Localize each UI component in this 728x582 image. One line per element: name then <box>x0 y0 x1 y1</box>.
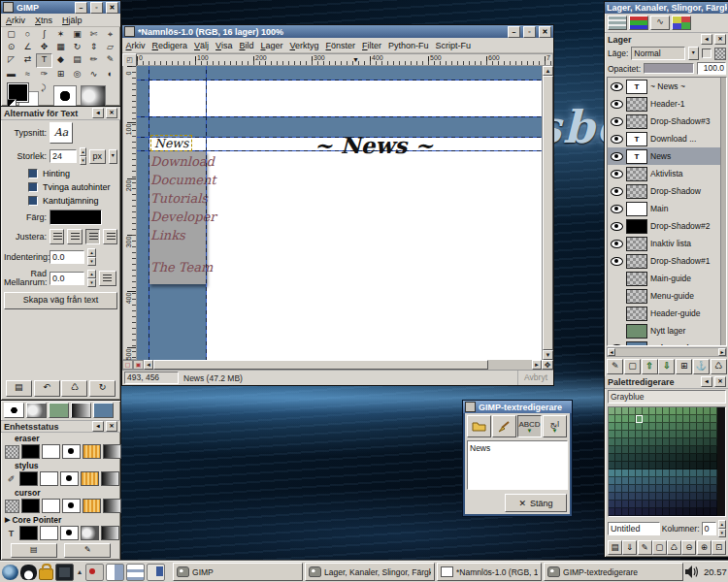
canvas[interactable]: DownloadDocumentTutorialsDeveloperLinksT… <box>137 66 542 360</box>
paths-tab-icon[interactable]: ∿ <box>650 16 670 30</box>
palette-cell[interactable] <box>622 415 629 423</box>
palette-cell[interactable] <box>711 477 717 485</box>
palette-cell[interactable] <box>643 423 649 431</box>
horizontal-scroll-track[interactable] <box>153 360 532 370</box>
palette-cell[interactable] <box>643 508 649 516</box>
desktop-pager-2-icon[interactable] <box>106 564 124 581</box>
device-bg-color[interactable] <box>40 471 58 486</box>
device-brush[interactable] <box>62 499 81 513</box>
tool-shear[interactable]: ▱ <box>102 41 118 53</box>
palette-cell[interactable] <box>663 423 670 431</box>
palette-cell[interactable] <box>656 446 663 454</box>
palette-cell[interactable] <box>677 493 683 501</box>
palette-cell[interactable] <box>622 462 629 469</box>
palette-cell[interactable] <box>683 477 690 485</box>
device-fg-color[interactable] <box>21 444 40 459</box>
palette-cell[interactable] <box>704 508 711 516</box>
palette-cell[interactable] <box>704 431 711 438</box>
palette-cell[interactable] <box>663 493 670 501</box>
palette-cell[interactable] <box>677 407 683 415</box>
gradient-indicator[interactable] <box>81 85 106 107</box>
palette-cell[interactable] <box>656 407 663 415</box>
pattern-tab-icon[interactable] <box>71 403 91 418</box>
visibility-toggle[interactable] <box>610 82 623 91</box>
palette-cell[interactable] <box>629 485 636 493</box>
palette-cell[interactable] <box>670 454 677 462</box>
palette-cell[interactable] <box>697 407 704 415</box>
palette-cell[interactable] <box>670 407 677 415</box>
palette-cell[interactable] <box>670 485 677 493</box>
palette-cell[interactable] <box>615 477 622 485</box>
palette-cell[interactable] <box>649 462 656 469</box>
swap-colors-icon[interactable]: ⤸ <box>41 83 46 93</box>
palette-cell[interactable] <box>704 407 711 415</box>
palette-cell[interactable] <box>622 501 629 508</box>
scroll-up-icon[interactable]: ▲ <box>543 66 553 76</box>
scroll-down-icon[interactable]: ▼ <box>543 350 553 360</box>
palette-cell[interactable] <box>704 485 711 493</box>
panel-close-button[interactable]: ✕ <box>106 108 117 118</box>
size-input[interactable]: 24 <box>50 149 77 163</box>
palette-cell[interactable] <box>663 469 670 477</box>
vertical-ruler[interactable]: 0100200300400500 <box>122 66 137 360</box>
palette-cell[interactable] <box>609 454 615 462</box>
palette-cell[interactable] <box>656 501 663 508</box>
palette-cell[interactable] <box>677 454 683 462</box>
palette-cell[interactable] <box>663 431 670 438</box>
palette-cell[interactable] <box>649 485 656 493</box>
palette-cell[interactable] <box>643 501 649 508</box>
tool-text[interactable]: T <box>36 53 52 68</box>
tool-pencil[interactable]: ✏ <box>85 53 102 66</box>
layer-row-nytt-lager[interactable]: Nytt lager <box>608 322 726 340</box>
justify-center-button[interactable] <box>85 229 100 244</box>
quickmask-on-button[interactable]: ▣ <box>133 360 144 370</box>
close-text-editor-button[interactable]: ✕ Stäng <box>505 494 567 512</box>
palette-cell[interactable] <box>704 501 711 508</box>
vertical-scroll-thumb[interactable] <box>543 76 553 350</box>
palette-cell[interactable] <box>663 454 670 462</box>
columns-input[interactable]: 0 <box>702 522 716 535</box>
layer-row-header-1[interactable]: Header-1 <box>608 95 726 113</box>
palette-cell[interactable] <box>670 477 677 485</box>
visibility-toggle[interactable] <box>610 240 623 248</box>
edit-layer-button[interactable]: ✎ <box>607 359 623 374</box>
palette-cell[interactable] <box>656 415 663 423</box>
palette-cell[interactable] <box>609 415 615 423</box>
palette-cell[interactable] <box>656 477 663 485</box>
save-device-status-button[interactable]: ▤ <box>11 543 57 558</box>
palette-cell[interactable] <box>636 446 643 454</box>
panel-up-arrow-icon[interactable]: ▴ <box>76 567 83 576</box>
palette-cell[interactable] <box>636 415 643 423</box>
palette-cell[interactable] <box>622 407 629 415</box>
palette-cell[interactable] <box>622 485 629 493</box>
palette-cell[interactable] <box>677 508 683 516</box>
palette-cell[interactable] <box>615 423 622 431</box>
palette-cell[interactable] <box>649 477 656 485</box>
palette-cell[interactable] <box>670 438 677 446</box>
layer-row-aktivlista[interactable]: Aktivlista <box>608 165 726 182</box>
tool-convolve[interactable]: ◎ <box>69 68 85 81</box>
tool-scissors-select[interactable]: ✄ <box>85 28 102 41</box>
palette-cell[interactable] <box>663 438 670 446</box>
text-editor-titlebar[interactable]: GIMP-textredigerare <box>463 401 572 413</box>
minimize-button[interactable]: – <box>508 26 520 38</box>
palette-cell[interactable] <box>649 431 656 438</box>
desktop-pager-4-icon[interactable] <box>147 564 165 581</box>
palette-cell[interactable] <box>711 469 717 477</box>
palette-cell[interactable] <box>649 469 656 477</box>
palette-cell[interactable] <box>629 469 636 477</box>
zoom-in-button[interactable]: ⊕ <box>697 540 711 555</box>
gradient-tab-icon[interactable] <box>26 403 47 418</box>
device-brush[interactable] <box>62 444 81 459</box>
text-color-swatch[interactable] <box>50 210 102 225</box>
visibility-toggle[interactable] <box>610 100 623 109</box>
menu-v-lj[interactable]: Välj <box>191 39 213 52</box>
menu-lager[interactable]: Lager <box>257 39 286 52</box>
palette-cell[interactable] <box>609 407 615 415</box>
lower-layer-button[interactable]: ⇩ <box>658 359 675 374</box>
palette-cell[interactable] <box>615 438 622 446</box>
palette-cell[interactable] <box>656 438 663 446</box>
visibility-toggle[interactable] <box>610 152 623 161</box>
tool-fuzzy-select[interactable]: ✶ <box>52 28 69 41</box>
open-file-icon[interactable] <box>467 415 491 437</box>
